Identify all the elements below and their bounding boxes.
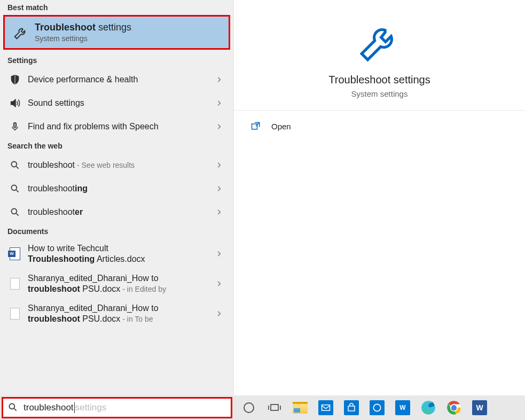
text-caret xyxy=(74,402,75,413)
svg-point-12 xyxy=(451,405,457,410)
preview-title: Troubleshoot settings xyxy=(328,74,430,86)
preview-subtitle: System settings xyxy=(351,89,408,98)
search-icon xyxy=(7,158,22,173)
wrench-icon xyxy=(354,16,405,67)
chrome-icon[interactable] xyxy=(445,399,463,417)
store-icon[interactable] xyxy=(342,399,361,417)
web-item-troubleshooter[interactable]: troubleshooter xyxy=(0,200,233,224)
settings-list: Device performance & health Sound settin… xyxy=(0,68,233,138)
web-item-label: troubleshoot - See web results xyxy=(28,160,215,170)
open-label: Open xyxy=(271,122,291,131)
search-icon xyxy=(7,181,22,196)
word-icon[interactable]: W xyxy=(471,399,489,417)
search-results-pane: Best match Troubleshoot settings System … xyxy=(0,0,234,395)
svg-point-5 xyxy=(9,403,14,409)
cortana-icon[interactable] xyxy=(240,399,258,417)
document-item-label: How to write Techcult Troubleshooting Ar… xyxy=(28,243,215,265)
svg-rect-0 xyxy=(14,123,17,128)
file-explorer-icon[interactable] xyxy=(291,399,309,417)
document-item[interactable]: Sharanya_edited_Dharani_How to troublesh… xyxy=(0,299,233,329)
section-header-settings: Settings xyxy=(0,53,233,68)
web-item-label: troubleshooting xyxy=(28,183,215,194)
best-match-subtitle: System settings xyxy=(35,34,131,43)
svg-rect-8 xyxy=(322,405,330,411)
svg-rect-7 xyxy=(271,405,278,410)
file-icon xyxy=(7,276,22,291)
taskview-icon[interactable] xyxy=(265,399,284,417)
chevron-right-icon xyxy=(215,161,226,169)
best-match-result[interactable]: Troubleshoot settings System settings xyxy=(3,15,230,50)
preview-pane: Troubleshoot settings System settings Op… xyxy=(234,0,525,420)
web-item-label: troubleshooter xyxy=(28,207,215,217)
section-header-best-match: Best match xyxy=(0,0,233,15)
svg-point-9 xyxy=(373,404,380,411)
settings-item-label: Sound settings xyxy=(28,98,215,108)
settings-item-sound[interactable]: Sound settings xyxy=(0,91,233,115)
section-header-search-web: Search the web xyxy=(0,138,233,153)
open-action[interactable]: Open xyxy=(234,111,525,142)
chevron-right-icon xyxy=(215,280,226,287)
document-item-label: Sharanya_edited_Dharani_How to troublesh… xyxy=(28,273,215,294)
chevron-right-icon xyxy=(215,250,226,258)
search-icon xyxy=(7,402,19,414)
chevron-right-icon xyxy=(215,310,226,317)
chevron-right-icon xyxy=(215,123,226,130)
word-online-icon[interactable]: W xyxy=(394,399,412,417)
search-icon xyxy=(7,205,22,220)
svg-rect-4 xyxy=(252,124,257,129)
svg-point-1 xyxy=(11,161,17,167)
svg-point-6 xyxy=(244,403,254,413)
settings-item-label: Find and fix problems with Speech xyxy=(28,121,215,132)
document-item-label: Sharanya_edited_Dharani_How to troublesh… xyxy=(28,303,215,324)
settings-item-device-performance[interactable]: Device performance & health xyxy=(0,68,233,91)
edge-icon[interactable] xyxy=(419,399,437,417)
chevron-right-icon xyxy=(215,208,226,216)
taskbar-strip: troubleshoot settings xyxy=(0,395,525,420)
chevron-right-icon xyxy=(215,99,226,107)
mail-icon[interactable] xyxy=(317,399,335,417)
search-text: troubleshoot settings xyxy=(23,402,106,413)
section-header-documents: Documents xyxy=(0,224,233,239)
web-item-troubleshoot[interactable]: troubleshoot - See web results xyxy=(0,153,233,177)
sound-icon xyxy=(7,96,22,111)
dell-icon[interactable] xyxy=(368,399,386,417)
web-item-troubleshooting[interactable]: troubleshooting xyxy=(0,177,233,200)
best-match-text: Troubleshoot settings System settings xyxy=(35,22,131,43)
chevron-right-icon xyxy=(215,185,226,192)
wrench-icon xyxy=(12,24,29,41)
settings-item-speech[interactable]: Find and fix problems with Speech xyxy=(0,115,233,138)
web-list: troubleshoot - See web results troublesh… xyxy=(0,153,233,224)
best-match-title: Troubleshoot settings xyxy=(35,22,131,33)
svg-point-2 xyxy=(11,185,17,190)
search-input[interactable]: troubleshoot settings xyxy=(2,397,232,418)
preview-header: Troubleshoot settings System settings xyxy=(234,0,525,111)
taskbar-icons: W W xyxy=(240,399,489,417)
documents-list: W How to write Techcult Troubleshooting … xyxy=(0,239,233,329)
svg-point-3 xyxy=(11,208,17,214)
settings-item-label: Device performance & health xyxy=(28,74,215,85)
word-doc-icon: W xyxy=(7,246,22,261)
open-icon xyxy=(250,120,262,132)
chevron-right-icon xyxy=(215,76,226,83)
document-item[interactable]: W How to write Techcult Troubleshooting … xyxy=(0,239,233,269)
shield-icon xyxy=(7,72,22,87)
file-icon xyxy=(7,306,22,321)
mic-icon xyxy=(7,119,22,134)
document-item[interactable]: Sharanya_edited_Dharani_How to troublesh… xyxy=(0,269,233,299)
